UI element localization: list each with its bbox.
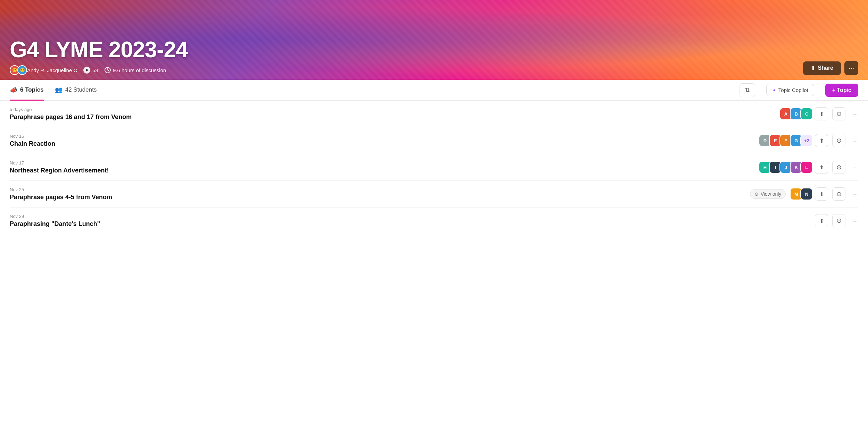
topic-row: Nov 29 Paraphrasing "Dante's Lunch" ⬆ ⊙ … [10, 208, 858, 234]
avatar-count-badge: +2 [800, 134, 813, 147]
topic-list: 5 days ago Paraphrase pages 16 and 17 fr… [0, 101, 868, 234]
hero-avatar-stack: 😊 😊 [10, 65, 25, 75]
topic-info: Nov 29 Paraphrasing "Dante's Lunch" [10, 214, 809, 228]
hero-meta: 😊 😊 Andy R, Jacqueline C 58 9.6 hours of… [10, 65, 166, 75]
view-only-label: View only [761, 191, 782, 197]
avatar-stack: M N [790, 188, 811, 200]
topic-more-button[interactable]: ··· [850, 110, 858, 118]
topic-more-button[interactable]: ··· [850, 163, 858, 171]
ai-icon: ⊙ [836, 217, 842, 225]
topic-more-button[interactable]: ··· [850, 137, 858, 145]
topic-more-button[interactable]: ··· [850, 217, 858, 225]
sort-icon: ⇅ [745, 87, 750, 94]
sparkle-icon: ✦ [772, 87, 776, 93]
topic-copilot-button[interactable]: ✦ Topic Copilot [766, 84, 814, 96]
tab-topics[interactable]: 📣 6 Topics [10, 80, 44, 100]
upload-icon: ⬆ [819, 164, 824, 171]
topic-row: Nov 16 Chain Reaction D E F G +2 ⬆ ⊙ ··· [10, 127, 858, 154]
hero-video-count: 58 [83, 67, 98, 74]
upload-button[interactable]: ⬆ [815, 187, 828, 201]
discussion-hours-label: 9.6 hours of discussion [113, 67, 166, 73]
topic-row: Nov 17 Northeast Region Advertisement! H… [10, 154, 858, 181]
ai-icon: ⊙ [836, 163, 842, 171]
add-topic-label: + Topic [832, 87, 851, 93]
more-dots-icon: ··· [851, 190, 857, 198]
avatar-thumb: N [800, 188, 813, 200]
topic-row: 5 days ago Paraphrase pages 16 and 17 fr… [10, 101, 858, 127]
share-icon: ⬆ [811, 65, 815, 71]
share-label: Share [818, 65, 833, 71]
topic-title[interactable]: Paraphrase pages 4-5 from Venom [10, 194, 744, 201]
view-only-icon: ⊖ [754, 191, 759, 197]
topic-row: Nov 25 Paraphrase pages 4-5 from Venom ⊖… [10, 181, 858, 208]
ai-camera-button[interactable]: ⊙ [832, 187, 845, 201]
topic-right: H I J K L ⬆ ⊙ ··· [759, 161, 858, 174]
topic-title[interactable]: Northeast Region Advertisement! [10, 167, 753, 174]
play-icon [83, 67, 90, 74]
more-dots-icon: ··· [851, 217, 857, 225]
upload-icon: ⬆ [819, 111, 824, 117]
more-dots-icon: ··· [851, 110, 857, 118]
avatar-thumb: C [800, 108, 813, 120]
topic-right: D E F G +2 ⬆ ⊙ ··· [759, 134, 858, 147]
more-dots-icon: ··· [851, 163, 857, 171]
upload-button[interactable]: ⬆ [815, 107, 828, 120]
upload-button[interactable]: ⬆ [815, 161, 828, 174]
tab-students-label: 42 Students [65, 86, 97, 93]
topic-more-button[interactable]: ··· [850, 190, 858, 198]
upload-icon: ⬆ [819, 191, 824, 197]
copilot-label: Topic Copilot [778, 87, 808, 93]
topic-right: A B C ⬆ ⊙ ··· [779, 107, 858, 120]
megaphone-icon: 📣 [10, 86, 17, 94]
hero-discussion-hours: 9.6 hours of discussion [105, 67, 166, 73]
topic-right: ⊖ View only M N ⬆ ⊙ ··· [750, 187, 858, 201]
ai-camera-button[interactable]: ⊙ [832, 134, 845, 147]
topic-title[interactable]: Chain Reaction [10, 140, 753, 147]
hero-title: G4 LYME 2023-24 [10, 37, 188, 62]
ai-icon: ⊙ [836, 110, 842, 118]
avatar-stack: D E F G +2 [759, 134, 811, 147]
students-icon: 👥 [55, 86, 62, 94]
more-icon: ··· [849, 64, 854, 72]
topic-right: ⬆ ⊙ ··· [815, 214, 858, 227]
topic-date: Nov 17 [10, 160, 753, 166]
hero-banner: G4 LYME 2023-24 😊 😊 Andy R, Jacqueline C… [0, 0, 868, 80]
hero-avatar-2: 😊 [17, 65, 27, 75]
video-count-label: 58 [92, 67, 98, 73]
topic-date: Nov 16 [10, 134, 753, 139]
hero-actions: ⬆ Share ··· [803, 61, 858, 75]
view-only-badge: ⊖ View only [750, 189, 786, 199]
ai-icon: ⊙ [836, 190, 842, 198]
topic-title[interactable]: Paraphrase pages 16 and 17 from Venom [10, 113, 774, 121]
topic-title[interactable]: Paraphrasing "Dante's Lunch" [10, 220, 809, 228]
topic-info: 5 days ago Paraphrase pages 16 and 17 fr… [10, 107, 774, 121]
clock-icon [105, 67, 111, 73]
topic-info: Nov 17 Northeast Region Advertisement! [10, 160, 753, 174]
hero-members-label: Andy R, Jacqueline C [27, 67, 77, 73]
topic-date: Nov 29 [10, 214, 809, 219]
sort-button[interactable]: ⇅ [740, 83, 755, 97]
avatar-thumb: L [800, 161, 813, 174]
topic-info: Nov 25 Paraphrase pages 4-5 from Venom [10, 187, 744, 201]
tab-topics-label: 6 Topics [20, 86, 44, 93]
ai-camera-button[interactable]: ⊙ [832, 107, 845, 120]
upload-button[interactable]: ⬆ [815, 134, 828, 147]
ai-camera-button[interactable]: ⊙ [832, 214, 845, 227]
ai-icon: ⊙ [836, 137, 842, 144]
topic-date: 5 days ago [10, 107, 774, 112]
share-button[interactable]: ⬆ Share [803, 61, 841, 75]
add-topic-button[interactable]: + Topic [825, 84, 858, 97]
tab-students[interactable]: 👥 42 Students [55, 80, 97, 100]
topic-date: Nov 25 [10, 187, 744, 192]
avatar-stack: H I J K L [759, 161, 811, 174]
topic-info: Nov 16 Chain Reaction [10, 134, 753, 147]
tabs-bar: 📣 6 Topics 👥 42 Students ⇅ ✦ Topic Copil… [0, 80, 868, 101]
hero-members: 😊 😊 Andy R, Jacqueline C [10, 65, 77, 75]
avatar-stack: A B C [779, 108, 811, 120]
hero-more-button[interactable]: ··· [844, 61, 858, 75]
upload-icon: ⬆ [819, 218, 824, 224]
upload-button[interactable]: ⬆ [815, 214, 828, 227]
ai-camera-button[interactable]: ⊙ [832, 161, 845, 174]
more-dots-icon: ··· [851, 137, 857, 144]
upload-icon: ⬆ [819, 137, 824, 144]
